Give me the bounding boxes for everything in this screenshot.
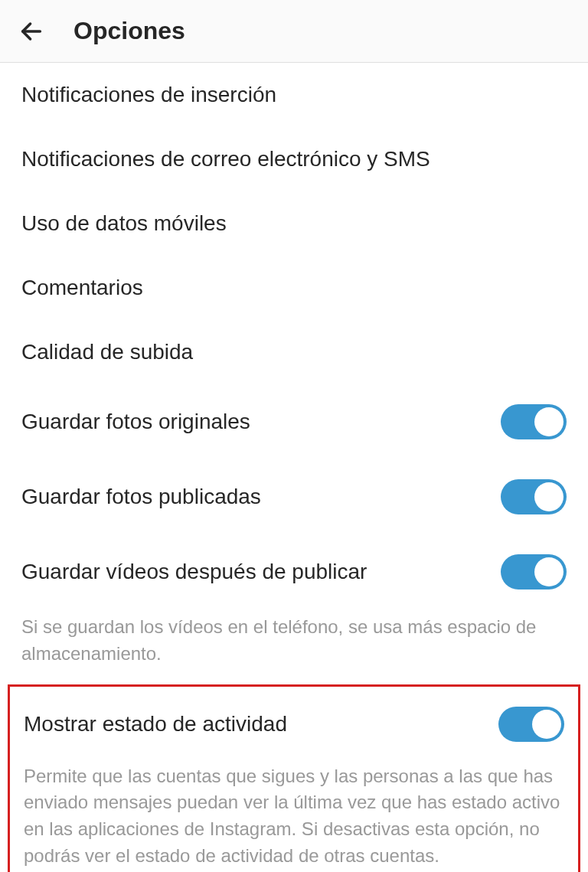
settings-item-label: Notificaciones de inserción [21,83,276,107]
toggle-save-published-photos[interactable] [501,479,567,514]
settings-item-label: Guardar fotos originales [21,410,250,434]
settings-item-comments[interactable]: Comentarios [0,256,588,320]
toggle-knob [534,557,564,586]
video-storage-description: Si se guardan los vídeos en el teléfono,… [0,609,588,684]
settings-item-save-videos-after-publish[interactable]: Guardar vídeos después de publicar [0,534,588,609]
settings-item-push-notifications[interactable]: Notificaciones de inserción [0,63,588,127]
toggle-save-videos[interactable] [501,554,567,589]
settings-list: Notificaciones de inserción Notificacion… [0,63,588,872]
back-button[interactable] [18,18,44,44]
settings-item-label: Comentarios [21,276,143,300]
settings-item-label: Mostrar estado de actividad [24,712,287,736]
toggle-save-original-photos[interactable] [501,404,567,439]
toggle-knob [534,407,564,436]
settings-item-label: Guardar vídeos después de publicar [21,560,367,584]
settings-item-save-published-photos[interactable]: Guardar fotos publicadas [0,459,588,534]
settings-item-label: Calidad de subida [21,340,193,364]
settings-item-label: Notificaciones de correo electrónico y S… [21,147,430,171]
highlighted-section: Mostrar estado de actividad Permite que … [8,684,580,872]
page-title: Opciones [74,17,185,45]
settings-item-activity-status[interactable]: Mostrar estado de actividad [10,690,578,759]
toggle-knob [532,710,561,739]
settings-item-mobile-data[interactable]: Uso de datos móviles [0,191,588,256]
arrow-left-icon [18,18,44,44]
header: Opciones [0,0,588,63]
settings-item-email-sms-notifications[interactable]: Notificaciones de correo electrónico y S… [0,127,588,191]
toggle-activity-status[interactable] [498,707,564,742]
settings-item-upload-quality[interactable]: Calidad de subida [0,320,588,384]
toggle-knob [534,482,564,511]
settings-item-save-original-photos[interactable]: Guardar fotos originales [0,384,588,459]
settings-item-label: Uso de datos móviles [21,211,227,236]
settings-item-label: Guardar fotos publicadas [21,485,261,509]
activity-status-description: Permite que las cuentas que sigues y las… [10,759,578,872]
